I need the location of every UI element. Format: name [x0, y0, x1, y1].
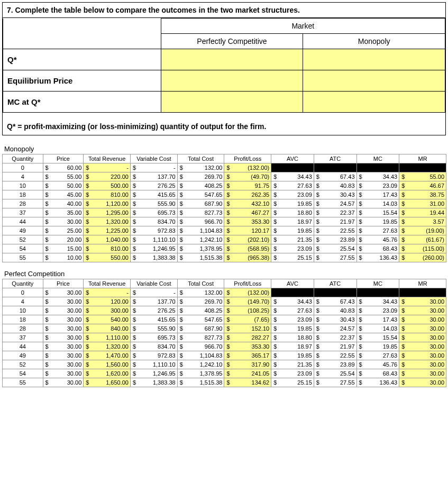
table-row: 0$60.00$-$-$132.00$(132.00): [3, 163, 446, 172]
data-cell: $46.67: [399, 181, 446, 190]
data-cell: $68.43: [356, 369, 399, 378]
data-cell: $30.00: [43, 360, 84, 369]
qty-cell: 54: [3, 369, 43, 378]
data-cell: $241.05: [224, 369, 271, 378]
qstar-footnote: Q* = profit-maximizing (or loss-minimizi…: [3, 113, 445, 135]
data-cell: $220.00: [84, 172, 131, 181]
data-cell: $23.09: [271, 315, 314, 324]
data-cell: $(132.00): [224, 163, 271, 172]
data-cell: $300.00: [84, 306, 131, 315]
data-cell: $(132.00): [224, 288, 271, 297]
data-cell: $(7.65): [224, 315, 271, 324]
data-cell: $827.73: [177, 333, 224, 342]
data-cell: $30.00: [43, 217, 84, 226]
table-row: 10$30.00$300.00$276.25$408.25$(108.25)$2…: [3, 306, 446, 315]
data-cell: $136.43: [356, 378, 399, 387]
data-cell: $19.85: [271, 199, 314, 208]
blank-cell: [314, 288, 356, 297]
data-cell: $1,383.38: [130, 378, 177, 387]
table-row: 44$30.00$1,320.00$834.70$966.70$353.30$1…: [3, 217, 446, 226]
input-mcq-pc[interactable]: [161, 92, 303, 113]
blank-cell: [271, 288, 314, 297]
data-cell: $408.25: [177, 181, 224, 190]
data-cell: $262.35: [224, 190, 271, 199]
qty-cell: 52: [3, 235, 43, 244]
data-cell: $-: [130, 163, 177, 172]
data-cell: $(149.70): [224, 297, 271, 306]
data-cell: $695.73: [130, 333, 177, 342]
data-cell: $136.43: [356, 253, 399, 262]
row-eq-price: Equilibrium Price: [3, 70, 161, 92]
table-row: 28$30.00$840.00$555.90$687.90$152.10$19.…: [3, 324, 446, 333]
data-cell: $23.09: [271, 190, 314, 199]
data-cell: $1,242.10: [177, 360, 224, 369]
col-header: Total Cost: [177, 279, 224, 288]
data-cell: $1,225.00: [84, 226, 131, 235]
data-cell: $1,320.00: [84, 342, 131, 351]
input-qstar-mon[interactable]: [303, 49, 445, 70]
data-cell: $547.65: [177, 315, 224, 324]
data-cell: $1,515.38: [177, 253, 224, 262]
data-cell: $22.37: [314, 208, 356, 217]
col-header: MC: [356, 154, 399, 163]
question-7-box: 7. Complete the table below to compare t…: [2, 2, 446, 135]
table-row: 55$10.00$550.00$1,383.38$1,515.38$(965.3…: [3, 253, 446, 262]
input-eqprice-mon[interactable]: [303, 70, 445, 92]
data-cell: $30.00: [43, 342, 84, 351]
perfect-competition-table: QuantityPriceTotal RevenueVariable CostT…: [2, 279, 446, 387]
data-cell: $353.30: [224, 342, 271, 351]
data-cell: $1,104.83: [177, 351, 224, 360]
data-cell: $24.57: [314, 324, 356, 333]
data-cell: $17.43: [356, 315, 399, 324]
data-cell: $(49.70): [224, 172, 271, 181]
data-cell: $27.55: [314, 378, 356, 387]
input-qstar-pc[interactable]: [161, 49, 303, 70]
data-cell: $21.35: [271, 235, 314, 244]
data-cell: $67.43: [314, 297, 356, 306]
data-cell: $(108.25): [224, 306, 271, 315]
data-cell: $19.44: [399, 208, 446, 217]
data-cell: $1,104.83: [177, 226, 224, 235]
data-cell: $21.97: [314, 217, 356, 226]
data-cell: $25.54: [314, 244, 356, 253]
data-cell: $1,295.00: [84, 208, 131, 217]
data-cell: $276.25: [130, 181, 177, 190]
data-cell: $1,378.95: [177, 369, 224, 378]
table-row: 52$30.00$1,560.00$1,110.10$1,242.10$317.…: [3, 360, 446, 369]
data-cell: $30.00: [399, 378, 446, 387]
data-cell: $540.00: [84, 315, 131, 324]
qty-cell: 44: [3, 217, 43, 226]
data-cell: $30.00: [43, 324, 84, 333]
data-cell: $25.15: [271, 378, 314, 387]
data-cell: $1,320.00: [84, 217, 131, 226]
data-cell: $-: [84, 163, 131, 172]
data-cell: $687.90: [177, 324, 224, 333]
data-cell: $30.00: [43, 315, 84, 324]
data-cell: $(965.38): [224, 253, 271, 262]
table-row: 37$35.00$1,295.00$695.73$827.73$467.27$1…: [3, 208, 446, 217]
data-cell: $30.00: [399, 360, 446, 369]
data-cell: $30.00: [43, 306, 84, 315]
data-cell: $1,110.10: [130, 235, 177, 244]
data-cell: $810.00: [84, 244, 131, 253]
qty-cell: 18: [3, 190, 43, 199]
data-cell: $966.70: [177, 342, 224, 351]
blank-cell: [271, 163, 314, 172]
qty-cell: 37: [3, 333, 43, 342]
qty-cell: 28: [3, 324, 43, 333]
input-eqprice-pc[interactable]: [161, 70, 303, 92]
data-cell: $1,650.00: [84, 378, 131, 387]
col-header: MC: [356, 279, 399, 288]
data-cell: $827.73: [177, 208, 224, 217]
data-cell: $27.63: [356, 226, 399, 235]
data-cell: $317.90: [224, 360, 271, 369]
col-header: Total Cost: [177, 154, 224, 163]
data-cell: $467.27: [224, 208, 271, 217]
data-cell: $415.65: [130, 315, 177, 324]
data-cell: $14.03: [356, 199, 399, 208]
data-cell: $30.00: [399, 333, 446, 342]
data-cell: $34.43: [356, 172, 399, 181]
input-mcq-mon[interactable]: [303, 92, 445, 113]
data-cell: $500.00: [84, 181, 131, 190]
qty-cell: 0: [3, 288, 43, 297]
